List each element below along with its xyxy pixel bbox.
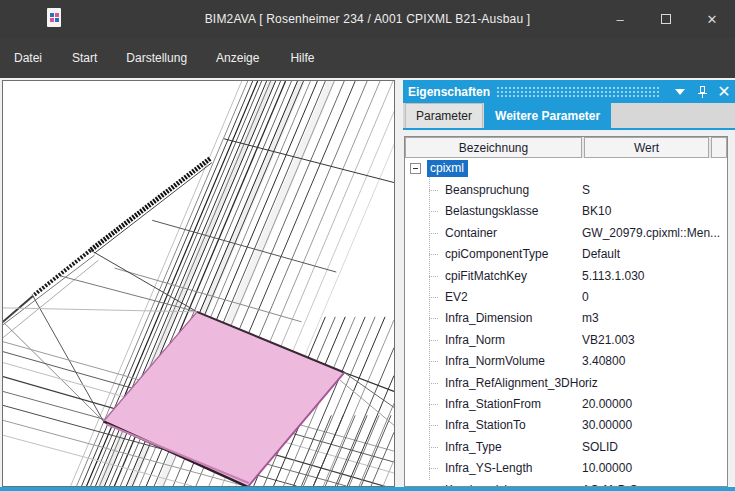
tree-branch-line: [429, 211, 438, 212]
chevron-down-icon: [675, 89, 685, 95]
property-value: GW_20979.cpixml::Men...: [582, 226, 720, 240]
tree-branch-line: [429, 425, 438, 426]
3d-viewport[interactable]: [2, 80, 395, 487]
property-value: 0: [582, 290, 589, 304]
property-label: Belastungsklasse: [445, 204, 538, 218]
properties-panel-header[interactable]: Eigenschaften ✕: [403, 80, 735, 103]
property-label: cpiFitMatchKey: [445, 269, 527, 283]
property-label: Infra_YS-Length: [445, 461, 532, 475]
property-label: Infra_StationFrom: [445, 397, 541, 411]
column-header-stub[interactable]: [711, 137, 727, 158]
property-label: Container: [445, 226, 497, 240]
property-label: cpiComponentType: [445, 247, 548, 261]
properties-grid: Bezeichnung Wert cpixml Beanspruchung S …: [404, 136, 728, 487]
property-value: 5.113.1.030: [582, 269, 645, 283]
menu-item-datei[interactable]: Datei: [14, 45, 42, 71]
properties-panel: Eigenschaften ✕ Parameter Weitere Parame…: [403, 80, 735, 487]
panel-menu-button[interactable]: [669, 80, 691, 103]
splitter[interactable]: [396, 80, 403, 487]
property-label: Infra_Type: [445, 440, 502, 454]
property-value: m3: [582, 311, 599, 325]
menu-item-darstellung[interactable]: Darstellung: [126, 45, 187, 71]
property-row[interactable]: cpiFitMatchKey 5.113.1.030: [405, 265, 727, 286]
property-row[interactable]: cpiComponentType Default: [405, 244, 727, 265]
property-value: 20.00000: [582, 397, 632, 411]
property-value: S: [582, 183, 590, 197]
tree-branch-line: [429, 383, 438, 384]
property-row[interactable]: Infra_Norm VB21.003: [405, 329, 727, 350]
property-row[interactable]: EV2 0: [405, 286, 727, 307]
panel-close-button[interactable]: ✕: [713, 80, 735, 103]
title-bar: BIM2AVA [ Rosenheimer 234 / A001 CPIXML …: [0, 0, 735, 38]
menu-item-start[interactable]: Start: [72, 45, 97, 71]
maximize-button[interactable]: [643, 0, 689, 38]
property-row[interactable]: Belastungsklasse BK10: [405, 201, 727, 222]
property-row[interactable]: Infra_StationTo 30.00000: [405, 415, 727, 436]
property-value: BK10: [582, 204, 611, 218]
property-value: 10.00000: [582, 461, 632, 475]
tree-branch-line: [429, 190, 438, 191]
property-row[interactable]: Kurzbezeichnung AC 11 D S: [405, 479, 727, 487]
close-button[interactable]: ✕: [689, 0, 735, 38]
property-row[interactable]: Infra_RefAlignment_3DHoriz: [405, 372, 727, 393]
tree-branch-line: [429, 254, 438, 255]
tree-branch-line: [429, 404, 438, 405]
property-value: 30.00000: [582, 418, 632, 432]
property-row[interactable]: Infra_StationFrom 20.00000: [405, 393, 727, 414]
tree-root-row[interactable]: cpixml: [405, 158, 727, 179]
panel-tabs: Parameter Weitere Parameter: [403, 103, 735, 130]
property-label: Infra_StationTo: [445, 418, 526, 432]
tree-branch-line: [429, 468, 438, 469]
property-label: EV2: [445, 290, 468, 304]
grid-header: Bezeichnung Wert: [405, 137, 727, 158]
property-label: Infra_Dimension: [445, 311, 532, 325]
tree-branch-line: [429, 361, 438, 362]
tab-weitere-parameter[interactable]: Weitere Parameter: [484, 103, 611, 128]
minimize-button[interactable]: –: [597, 0, 643, 38]
menu-item-hilfe[interactable]: Hilfe: [290, 45, 314, 71]
collapse-icon[interactable]: [410, 163, 421, 174]
tree-branch-line: [429, 318, 438, 319]
property-label: Infra_RefAlignment_3DHoriz: [445, 376, 598, 390]
menu-item-anzeige[interactable]: Anzeige: [216, 45, 259, 71]
tree-branch-line: [429, 297, 438, 298]
maximize-icon: [661, 14, 671, 24]
panel-drag-texture: [496, 86, 661, 97]
property-label: Infra_NormVolume: [445, 354, 545, 368]
menu-bar: Datei Start Darstellung Anzeige Hilfe: [0, 38, 735, 78]
property-row[interactable]: Container GW_20979.cpixml::Men...: [405, 222, 727, 243]
tree-root-label[interactable]: cpixml: [427, 160, 468, 177]
property-row[interactable]: Beanspruchung S: [405, 179, 727, 200]
window-bottom-border: [0, 487, 735, 491]
property-value: 3.40800: [582, 354, 625, 368]
pin-icon: [697, 86, 708, 98]
column-header-wert[interactable]: Wert: [584, 137, 709, 158]
property-value: Default: [582, 247, 620, 261]
property-value: SOLID: [582, 440, 618, 454]
tree-branch-line: [429, 447, 438, 448]
panel-title: Eigenschaften: [408, 85, 490, 99]
property-row[interactable]: Infra_YS-Length 10.00000: [405, 457, 727, 478]
tree-branch-line: [429, 340, 438, 341]
property-row[interactable]: Infra_NormVolume 3.40800: [405, 351, 727, 372]
column-header-bezeichnung[interactable]: Bezeichnung: [405, 137, 582, 158]
tab-parameter[interactable]: Parameter: [405, 103, 483, 128]
properties-rows: cpixml Beanspruchung S Belastungsklasse …: [405, 158, 727, 487]
property-row[interactable]: Infra_Dimension m3: [405, 308, 727, 329]
property-row[interactable]: Infra_Type SOLID: [405, 436, 727, 457]
panel-pin-button[interactable]: [691, 80, 713, 103]
tree-branch-line: [429, 276, 438, 277]
property-value: VB21.003: [582, 333, 635, 347]
property-label: Beanspruchung: [445, 183, 529, 197]
wireframe-drawing: [3, 81, 394, 486]
tree-branch-line: [429, 233, 438, 234]
property-label: Infra_Norm: [445, 333, 505, 347]
